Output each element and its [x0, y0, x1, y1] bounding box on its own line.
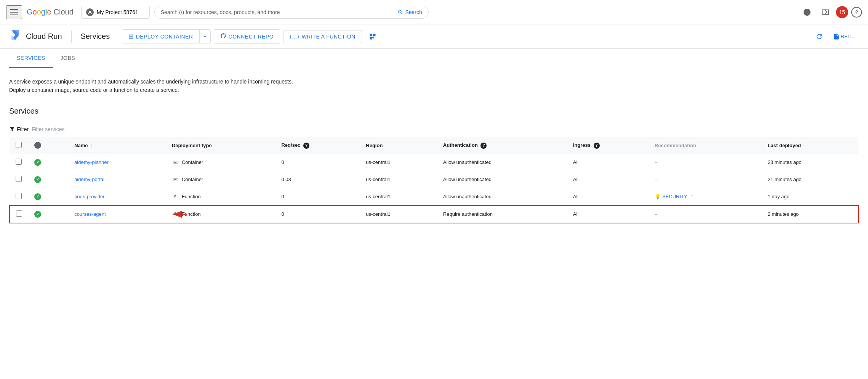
th-recommendation: Recommendation [649, 137, 762, 154]
main-content: A service exposes a unique endpoint and … [0, 68, 868, 223]
deployment-type-icon [172, 176, 179, 183]
row-checkbox[interactable] [16, 210, 22, 217]
release-notes-label: RELI... [841, 34, 856, 39]
filter-placeholder[interactable]: Filter services [32, 126, 64, 132]
service-description: A service exposes a unique endpoint and … [9, 77, 859, 95]
td-status [28, 206, 68, 223]
service-name-link[interactable]: aidemy-portal [74, 177, 104, 182]
td-recommendation: 💡 SECURITY [649, 188, 762, 206]
search-button[interactable]: Search [397, 9, 422, 15]
td-ingress: All [567, 188, 649, 206]
layout-icon-button[interactable] [365, 29, 380, 44]
description-line2: Deploy a container image, source code or… [9, 86, 859, 94]
th-checkbox [10, 137, 28, 154]
td-ingress: All [567, 154, 649, 171]
table-row: aidemy-portal Container 0.03 us-central1… [10, 171, 858, 188]
row-checkbox[interactable] [16, 159, 22, 165]
td-authentication: Allow unauthenticated [437, 171, 567, 188]
td-checkbox [10, 171, 28, 188]
auth-help-icon: ? [480, 143, 487, 149]
td-last-deployed: 1 day ago [762, 188, 858, 206]
connect-repo-label: CONNECT REPO [229, 34, 274, 40]
td-last-deployed: 23 minutes ago [762, 154, 858, 171]
svg-point-10 [175, 179, 176, 180]
cloud-shell-button[interactable] [818, 5, 833, 20]
recommendation-security: 💡 SECURITY [655, 194, 756, 199]
search-placeholder: Search (/) for resources, docs, products… [161, 9, 395, 15]
td-status [28, 171, 68, 188]
td-authentication: Require authentication [437, 206, 567, 223]
td-req-sec: 0 [275, 154, 360, 171]
td-last-deployed: 2 minutes ago [762, 206, 858, 223]
tab-jobs[interactable]: JOBS [53, 49, 83, 68]
td-name: book-provider [68, 188, 166, 206]
td-checkbox [10, 188, 28, 206]
td-authentication: Allow unauthenticated [437, 154, 567, 171]
th-req-sec: Req/sec ? [275, 137, 360, 154]
td-recommendation: – [649, 154, 762, 171]
td-deployment-type: Container [166, 171, 275, 188]
svg-point-7 [176, 162, 177, 163]
service-navigation: Cloud Run Services ⊞ DEPLOY CONTAINER CO… [0, 24, 868, 49]
project-selector[interactable]: My Project 58761 [81, 6, 150, 19]
service-name-link[interactable]: courses-agent [74, 211, 106, 217]
google-cloud-logo: Google Cloud [27, 8, 74, 16]
td-name: aidemy-planner [68, 154, 166, 171]
recommendation-dash: – [655, 177, 657, 182]
td-req-sec: 0 [275, 188, 360, 206]
th-deployment-type: Deployment type [166, 137, 275, 154]
table-row: aidemy-planner Container 0 us-central1 A… [10, 154, 858, 171]
td-deployment-type: Function [166, 188, 275, 206]
status-dot-green [34, 176, 41, 183]
service-name-link[interactable]: aidemy-planner [74, 159, 109, 165]
svg-point-5 [174, 162, 175, 163]
hamburger-menu[interactable] [6, 5, 22, 19]
td-name: aidemy-portal [68, 171, 166, 188]
status-dot-green [34, 211, 41, 218]
deploy-container-chevron[interactable] [200, 31, 210, 42]
release-notes-button[interactable]: RELI... [830, 29, 859, 44]
gemini-icon-button[interactable] [799, 5, 815, 20]
req-sec-help-icon: ? [303, 143, 309, 149]
nav-right-icons: RELI... [812, 29, 859, 44]
nav-icons: 15 ? [799, 5, 862, 20]
service-divider [71, 31, 72, 43]
td-status [28, 154, 68, 171]
th-ingress: Ingress ? [567, 137, 649, 154]
filter-label: Filter [17, 126, 29, 132]
user-avatar[interactable]: 15 [836, 6, 848, 18]
table-header-row: Name ↑ Deployment type Req/sec ? Region … [10, 137, 858, 154]
tabs-navigation: SERVICES JOBS [0, 49, 868, 68]
deploy-container-button[interactable]: ⊞ DEPLOY CONTAINER [122, 30, 199, 43]
function-icon: ⟨…⟩ [290, 34, 299, 40]
deployment-type-label: Container [182, 177, 203, 182]
row-checkbox[interactable] [16, 176, 22, 182]
table-row: book-provider Function 0 us-central1 All… [10, 188, 858, 206]
service-name-link[interactable]: book-provider [74, 194, 105, 199]
svg-point-9 [174, 179, 175, 180]
help-button[interactable]: ? [851, 7, 862, 18]
refresh-button[interactable] [812, 29, 827, 44]
ingress-help-icon: ? [594, 143, 600, 149]
tab-services[interactable]: SERVICES [9, 49, 53, 68]
td-ingress: All [567, 206, 649, 223]
deployment-type-icon [172, 193, 179, 201]
th-last-deployed: Last deployed [762, 137, 858, 154]
deploy-icon: ⊞ [128, 33, 134, 40]
filter-row: Filter Filter services [9, 122, 859, 137]
filter-button[interactable]: Filter [9, 126, 29, 132]
row-checkbox[interactable] [16, 193, 22, 199]
search-bar[interactable]: Search (/) for resources, docs, products… [154, 6, 429, 19]
security-recommendation-link[interactable]: 💡 SECURITY [655, 194, 687, 199]
td-recommendation: – [649, 171, 762, 188]
recommendation-dash: – [655, 159, 657, 165]
th-name[interactable]: Name ↑ [68, 137, 166, 154]
td-ingress: All [567, 171, 649, 188]
red-arrow [170, 209, 189, 220]
services-table-container: Name ↑ Deployment type Req/sec ? Region … [9, 137, 859, 223]
write-function-button[interactable]: ⟨…⟩ WRITE A FUNCTION [283, 30, 362, 43]
project-icon [86, 8, 94, 16]
connect-repo-button[interactable]: CONNECT REPO [214, 29, 280, 44]
select-all-checkbox[interactable] [16, 142, 22, 148]
security-dropdown-button[interactable] [690, 194, 694, 199]
